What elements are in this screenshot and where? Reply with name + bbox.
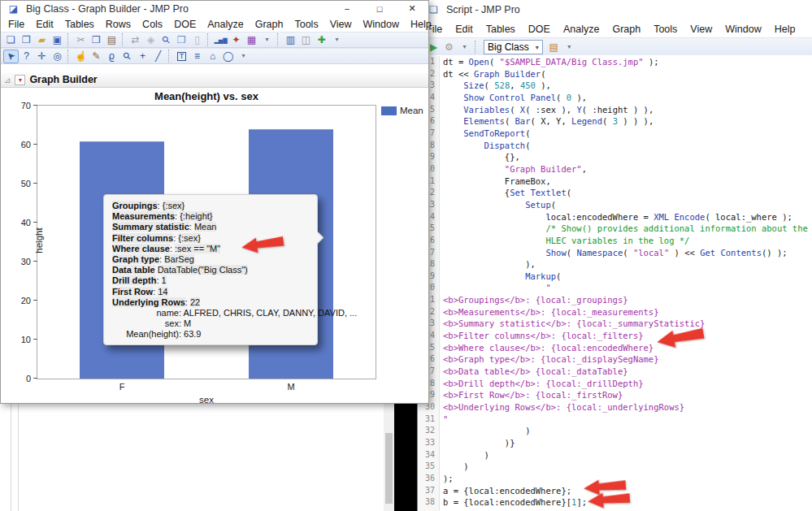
toolbar-overflow2-icon[interactable]: ▾ — [562, 41, 577, 54]
code-line: Show Control Panel( 0 ), — [443, 92, 812, 104]
grabber-tool-icon[interactable]: ☝ — [73, 50, 89, 63]
menu-tools[interactable]: Tools — [647, 22, 684, 37]
y-tick-label: 50 — [21, 179, 31, 188]
menu-rows[interactable]: Rows — [100, 17, 137, 32]
lines-tool-icon[interactable]: ≡ — [189, 50, 205, 63]
add-data-icon[interactable]: ✚ — [314, 33, 329, 47]
x-tick-label: M — [287, 382, 294, 392]
lock-icon[interactable]: ◈ — [143, 33, 158, 47]
y-tick-mark — [33, 339, 37, 340]
new-window-icon[interactable]: ❐ — [19, 33, 34, 47]
tooltip-row: Underlying Rows: 22 — [112, 297, 309, 308]
toolbar-overflow-icon[interactable]: ▾ — [259, 33, 275, 47]
menu-help[interactable]: Help — [405, 17, 437, 32]
code-line: ), — [443, 258, 812, 271]
y-tick-mark — [33, 378, 37, 379]
move-tool-icon[interactable]: ✛ — [34, 50, 50, 63]
annotate-tool-icon[interactable]: T — [174, 50, 189, 63]
menu-graph[interactable]: Graph — [606, 22, 647, 37]
tooltip-detail-row: sex: M — [112, 318, 309, 329]
menu-view[interactable]: View — [684, 22, 719, 37]
search-icon[interactable]: ⚲ — [158, 33, 174, 47]
menu-edit[interactable]: Edit — [449, 22, 480, 37]
magnifier-tool-icon[interactable]: ⚲ — [119, 50, 135, 63]
code-line: b = {local:encodedWhere}[1]; — [443, 496, 812, 509]
toolbar-separator — [475, 41, 479, 54]
save-to-table-icon[interactable]: ▤ — [546, 41, 562, 54]
toolbar-overflow2-icon[interactable]: ▾ — [329, 33, 345, 47]
script-window: ❏ Script - JMP Pro FileEditTablesDOEAnal… — [417, 0, 812, 511]
y-tick-mark — [33, 261, 37, 262]
code-line: /* Show() provides additional informatio… — [443, 223, 812, 235]
script-window-titlebar[interactable]: ❏ Script - JMP Pro — [418, 0, 812, 19]
menu-tables[interactable]: Tables — [480, 22, 522, 37]
menu-view[interactable]: View — [324, 17, 358, 32]
toolbar-overflow-icon[interactable]: ▾ — [457, 41, 472, 54]
tooltip-detail-row: name: ALFRED, CHRIS, CLAY, DANNY, DAVID,… — [112, 308, 309, 318]
y-tick-label: 70 — [21, 101, 31, 110]
menu-edit[interactable]: Edit — [30, 17, 59, 32]
table-selector-combobox[interactable]: Big Class ▾ — [484, 40, 543, 54]
background-scrollbar-thumb[interactable] — [385, 433, 393, 504]
menu-cols[interactable]: Cols — [137, 17, 168, 32]
help-tool-icon[interactable]: ? — [19, 50, 34, 63]
line-number: 33 — [418, 437, 439, 449]
script-editor[interactable]: 1234567891011121314151617181920212223242… — [418, 55, 812, 511]
crosshair-tool-icon[interactable]: + — [135, 50, 150, 63]
graph-builder-panel-header[interactable]: ⊿ ▼ Graph Builder — [1, 72, 428, 88]
journal-icon[interactable]: ▥ — [283, 33, 298, 47]
report-icon[interactable]: ▯ — [189, 33, 205, 47]
menu-analyze[interactable]: Analyze — [202, 17, 249, 32]
code-text[interactable]: dt = Open( "$SAMPLE_DATA/Big Class.jmp" … — [443, 56, 812, 509]
open-icon[interactable]: ▰ — [34, 33, 50, 47]
copy-icon[interactable]: ❒ — [89, 33, 104, 47]
polygon-tool-icon[interactable]: ⌂ — [205, 50, 220, 63]
brush-tool-icon[interactable]: ✎ — [89, 50, 104, 63]
code-line: ) — [443, 449, 812, 461]
toolbar-separator — [168, 50, 172, 63]
colormap-icon[interactable]: ▦ — [244, 33, 259, 47]
tooltip-row: First Row: 14 — [112, 287, 309, 297]
code-line: Size( 528, 450 ), — [443, 80, 812, 92]
menu-window[interactable]: Window — [719, 22, 767, 37]
menu-doe[interactable]: DOE — [522, 22, 557, 37]
toolbar-overflow3-icon[interactable]: ▾ — [236, 50, 251, 63]
oval-tool-icon[interactable]: ◯ — [220, 50, 236, 63]
tools-icon[interactable]: ⚙ — [441, 41, 457, 54]
lasso-tool-icon[interactable]: ϱ — [104, 50, 119, 63]
legend[interactable]: Mean — [381, 106, 423, 115]
close-button[interactable]: ✕ — [396, 1, 428, 16]
menu-graph[interactable]: Graph — [250, 17, 289, 32]
gb-window-titlebar[interactable]: ◪ Big Class - Graph Builder - JMP Pro − … — [1, 1, 428, 16]
bullseye-tool-icon[interactable]: ◎ — [50, 50, 65, 63]
code-line: Dispatch( — [443, 140, 812, 152]
code-line: {Set Textlet( — [443, 187, 812, 199]
minimize-button[interactable]: − — [331, 1, 363, 16]
menu-doe[interactable]: DOE — [168, 17, 202, 32]
chart-icon[interactable]: ▂▅▇ — [213, 33, 228, 47]
cut-icon[interactable]: ✂ — [73, 33, 89, 47]
tooltip-row: Data table DataTable("Big Class") — [112, 265, 309, 275]
disclosure-triangle-icon[interactable]: ⊿ — [4, 76, 11, 84]
menu-tools[interactable]: Tools — [289, 17, 323, 32]
compare-icon[interactable]: ◫ — [298, 33, 314, 47]
menu-analyze[interactable]: Analyze — [557, 22, 606, 37]
menu-help[interactable]: Help — [768, 22, 802, 37]
red-triangle-menu-icon[interactable]: ▼ — [15, 75, 25, 85]
maximize-button[interactable]: □ — [363, 1, 396, 16]
new-journal-icon[interactable]: ❏ — [3, 33, 19, 47]
line-tool-icon[interactable]: ╱ — [150, 50, 166, 63]
code-line: <b>Summary statistic</b>: {local:_summar… — [443, 318, 812, 330]
menu-window[interactable]: Window — [358, 17, 405, 32]
copy-picture-icon[interactable]: ❒ — [174, 33, 189, 47]
paste-special-icon[interactable]: ⇄ — [128, 33, 143, 47]
code-line: dt = Open( "$SAMPLE_DATA/Big Class.jmp" … — [443, 56, 812, 68]
doe-icon[interactable]: ✦ — [228, 33, 244, 47]
save-icon[interactable]: ▣ — [50, 33, 65, 47]
paste-icon[interactable]: ▤ — [104, 33, 119, 47]
menu-tables[interactable]: Tables — [59, 17, 100, 32]
gb-toolbar-tools: ➤?✛◎☝✎ϱ⚲+╱T≡⌂◯▾ — [1, 48, 428, 64]
arrow-tool-icon[interactable]: ➤ — [3, 50, 19, 63]
y-tick-label: 10 — [21, 335, 31, 344]
menu-file[interactable]: File — [2, 17, 30, 32]
